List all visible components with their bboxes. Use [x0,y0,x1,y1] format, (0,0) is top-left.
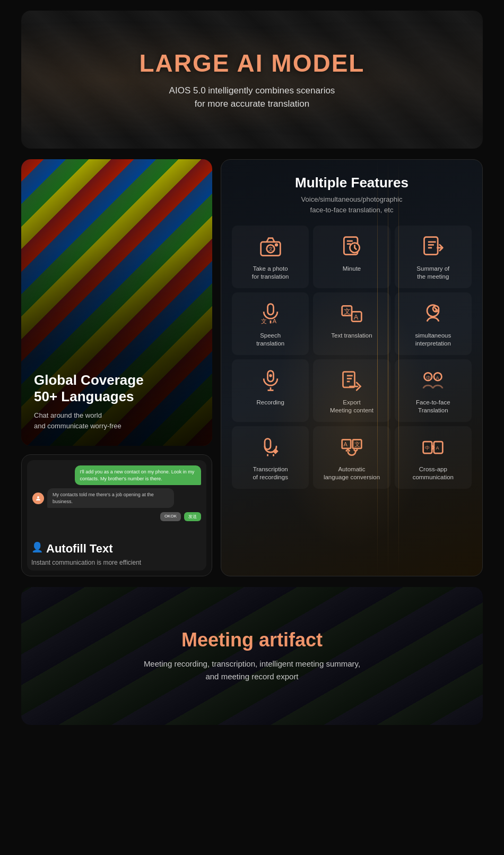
feature-item-minute: Minute [313,226,390,288]
left-cards: Global Coverage50+ Languages Chat around… [21,159,212,576]
mic-translate-icon: 文A [257,300,284,327]
feature-item-speech: 文A Speechtranslation [232,292,309,355]
feature-label-transcription: Transcriptionof recordings [253,465,288,481]
feature-item-photo: 文 Take a photofor translation [232,226,309,288]
feature-item-summary: Summary ofthe meeting [395,226,472,288]
feature-item-cross-app: 中A Cross-appcommunication [395,426,472,489]
features-title: Multiple Features [232,175,472,191]
svg-rect-7 [424,237,438,255]
flags-card: Global Coverage50+ Languages Chat around… [21,159,212,446]
text-translate-icon: 文A [338,300,366,327]
flags-title: Global Coverage50+ Languages [34,372,199,405]
doc-arrow-icon [419,233,447,261]
feature-label-photo: Take a photofor translation [252,265,289,281]
chat-bubble-1: I'll add you as a new contact on my phon… [75,465,202,485]
middle-row: Global Coverage50+ Languages Chat around… [21,159,483,576]
feature-label-text-trans: Text translation [331,332,372,340]
auto-lang-icon: A文 [338,434,366,461]
features-card: Multiple Features Voice/simultaneous/pho… [221,159,483,576]
faces-translate-icon: 中A [419,367,447,394]
autofill-title: Autofill Text [46,542,112,556]
svg-text:文: 文 [260,318,266,324]
feature-item-transcription: Transcriptionof recordings [232,426,309,489]
doc-export-icon [338,367,366,394]
feature-item-face: 中A Face-to-faceTranslation [395,359,472,422]
feature-item-export: ExportMeeting content [313,359,390,422]
svg-text:文: 文 [354,441,360,447]
feature-grid: 文 Take a photofor translation Minute Sum… [232,226,472,489]
svg-text:A: A [272,318,276,324]
svg-point-3 [275,244,277,246]
feature-label-auto-lang: Automaticlanguage conversion [324,465,380,481]
hero-section: LARGE AI MODEL AIOS 5.0 intelligently co… [21,11,483,149]
hero-title: LARGE AI MODEL [140,49,365,77]
feature-label-speech: Speechtranslation [256,332,284,348]
feature-item-auto-lang: A文 Automaticlanguage conversion [313,426,390,489]
chat-bubble-2: My contacts told me there's a job openin… [47,488,174,508]
feature-label-cross-app: Cross-appcommunication [413,465,454,481]
feature-item-text-trans: 文A Text translation [313,292,390,355]
svg-rect-8 [267,304,273,315]
autofill-user-icon: 👤 [31,541,43,553]
feature-label-recording: Recording [256,399,284,407]
feature-label-face: Face-to-faceTranslation [416,399,450,414]
feature-label-summary: Summary ofthe meeting [416,265,449,281]
svg-text:A: A [354,313,359,321]
meeting-title: Meeting artifact [181,629,323,651]
clock-doc-icon [338,233,366,261]
svg-point-18 [269,374,272,377]
mic-icon [257,367,284,394]
cross-app-icon: 中A [419,434,447,461]
feature-label-minute: Minute [343,265,361,273]
autofill-card: I'll add you as a new contact on my phon… [21,454,212,576]
svg-text:A: A [436,375,440,381]
hero-subtitle: AIOS 5.0 intelligently combines scenario… [169,84,335,111]
camera-icon: 文 [257,233,284,261]
feature-item-simultaneous: simultaneousinterpretation [395,292,472,355]
svg-text:文: 文 [268,246,273,252]
svg-rect-19 [343,372,354,387]
meeting-subtitle: Meeting recording, transcription, intell… [144,658,360,683]
svg-text:A: A [343,441,347,447]
mic-pen-icon [257,434,284,461]
svg-text:中: 中 [425,445,430,450]
svg-text:A: A [436,445,440,450]
feature-label-export: ExportMeeting content [330,399,373,414]
features-subtitle: Voice/simultaneous/photographic face-to-… [232,194,472,215]
svg-text:中: 中 [426,375,431,381]
feature-item-recording: Recording [232,359,309,422]
flags-subtitle: Chat around the world and communicate wo… [34,410,199,431]
autofill-subtitle: Instant communication is more efficient [31,559,141,566]
svg-text:文: 文 [344,307,351,315]
meeting-section: Meeting artifact Meeting recording, tran… [21,587,483,725]
svg-point-0 [37,496,39,498]
feature-label-simultaneous: simultaneousinterpretation [415,332,451,348]
head-speech-icon [419,300,447,327]
